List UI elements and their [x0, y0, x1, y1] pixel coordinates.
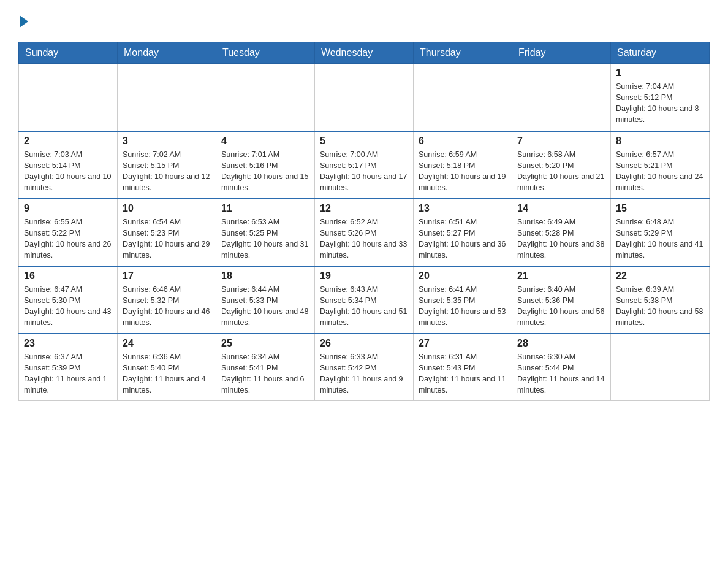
day-info: Sunrise: 6:47 AM Sunset: 5:30 PM Dayligh… [24, 284, 112, 329]
weekday-header-wednesday: Wednesday [315, 42, 414, 64]
calendar-cell [118, 64, 216, 131]
calendar-cell: 19Sunrise: 6:43 AM Sunset: 5:34 PM Dayli… [315, 266, 414, 334]
day-info: Sunrise: 6:41 AM Sunset: 5:35 PM Dayligh… [419, 284, 507, 329]
calendar-cell [315, 64, 414, 131]
calendar-cell [414, 64, 512, 131]
day-number: 5 [320, 136, 408, 147]
day-number: 7 [517, 136, 605, 147]
calendar-cell: 5Sunrise: 7:00 AM Sunset: 5:17 PM Daylig… [315, 131, 414, 199]
day-info: Sunrise: 6:31 AM Sunset: 5:43 PM Dayligh… [419, 351, 507, 396]
calendar-table: SundayMondayTuesdayWednesdayThursdayFrid… [18, 42, 710, 401]
week-row-4: 16Sunrise: 6:47 AM Sunset: 5:30 PM Dayli… [19, 266, 710, 334]
day-number: 23 [24, 338, 112, 349]
calendar-cell [216, 64, 315, 131]
day-info: Sunrise: 6:49 AM Sunset: 5:28 PM Dayligh… [517, 216, 605, 261]
day-number: 21 [517, 270, 605, 282]
calendar-cell: 8Sunrise: 6:57 AM Sunset: 5:21 PM Daylig… [611, 131, 710, 199]
day-number: 11 [221, 203, 309, 214]
day-number: 17 [123, 270, 211, 282]
day-info: Sunrise: 6:55 AM Sunset: 5:22 PM Dayligh… [24, 216, 112, 261]
weekday-header-thursday: Thursday [414, 42, 512, 64]
calendar-cell: 7Sunrise: 6:58 AM Sunset: 5:20 PM Daylig… [512, 131, 611, 199]
day-number: 22 [616, 270, 704, 282]
calendar-cell: 6Sunrise: 6:59 AM Sunset: 5:18 PM Daylig… [414, 131, 512, 199]
calendar-cell: 1Sunrise: 7:04 AM Sunset: 5:12 PM Daylig… [611, 64, 710, 131]
day-number: 14 [517, 203, 605, 214]
day-number: 24 [123, 338, 211, 349]
day-info: Sunrise: 6:59 AM Sunset: 5:18 PM Dayligh… [419, 149, 507, 194]
day-info: Sunrise: 6:37 AM Sunset: 5:39 PM Dayligh… [24, 351, 112, 396]
calendar-cell: 4Sunrise: 7:01 AM Sunset: 5:16 PM Daylig… [216, 131, 315, 199]
week-row-1: 1Sunrise: 7:04 AM Sunset: 5:12 PM Daylig… [19, 64, 710, 131]
day-number: 8 [616, 136, 704, 147]
calendar-cell: 11Sunrise: 6:53 AM Sunset: 5:25 PM Dayli… [216, 199, 315, 266]
day-number: 13 [419, 203, 507, 214]
day-number: 6 [419, 136, 507, 147]
weekday-header-row: SundayMondayTuesdayWednesdayThursdayFrid… [19, 42, 710, 64]
calendar-cell: 17Sunrise: 6:46 AM Sunset: 5:32 PM Dayli… [118, 266, 216, 334]
weekday-header-saturday: Saturday [611, 42, 710, 64]
calendar-cell [611, 334, 710, 401]
day-info: Sunrise: 6:34 AM Sunset: 5:41 PM Dayligh… [221, 351, 309, 396]
day-info: Sunrise: 6:53 AM Sunset: 5:25 PM Dayligh… [221, 216, 309, 261]
calendar-cell: 12Sunrise: 6:52 AM Sunset: 5:26 PM Dayli… [315, 199, 414, 266]
calendar-cell [19, 64, 118, 131]
day-info: Sunrise: 6:58 AM Sunset: 5:20 PM Dayligh… [517, 149, 605, 194]
week-row-5: 23Sunrise: 6:37 AM Sunset: 5:39 PM Dayli… [19, 334, 710, 401]
calendar-cell: 16Sunrise: 6:47 AM Sunset: 5:30 PM Dayli… [19, 266, 118, 334]
day-number: 25 [221, 338, 309, 349]
calendar-cell: 9Sunrise: 6:55 AM Sunset: 5:22 PM Daylig… [19, 199, 118, 266]
calendar-cell: 14Sunrise: 6:49 AM Sunset: 5:28 PM Dayli… [512, 199, 611, 266]
day-number: 18 [221, 270, 309, 282]
day-info: Sunrise: 7:01 AM Sunset: 5:16 PM Dayligh… [221, 149, 309, 194]
day-number: 20 [419, 270, 507, 282]
week-row-2: 2Sunrise: 7:03 AM Sunset: 5:14 PM Daylig… [19, 131, 710, 199]
day-info: Sunrise: 7:00 AM Sunset: 5:17 PM Dayligh… [320, 149, 408, 194]
day-info: Sunrise: 6:40 AM Sunset: 5:36 PM Dayligh… [517, 284, 605, 329]
day-number: 28 [517, 338, 605, 349]
day-number: 3 [123, 136, 211, 147]
logo [18, 12, 28, 29]
day-number: 27 [419, 338, 507, 349]
calendar-cell: 18Sunrise: 6:44 AM Sunset: 5:33 PM Dayli… [216, 266, 315, 334]
day-number: 4 [221, 136, 309, 147]
day-number: 2 [24, 136, 112, 147]
day-info: Sunrise: 6:33 AM Sunset: 5:42 PM Dayligh… [320, 351, 408, 396]
day-number: 15 [616, 203, 704, 214]
calendar-cell: 13Sunrise: 6:51 AM Sunset: 5:27 PM Dayli… [414, 199, 512, 266]
day-number: 9 [24, 203, 112, 214]
day-info: Sunrise: 6:36 AM Sunset: 5:40 PM Dayligh… [123, 351, 211, 396]
day-info: Sunrise: 7:02 AM Sunset: 5:15 PM Dayligh… [123, 149, 211, 194]
day-info: Sunrise: 6:43 AM Sunset: 5:34 PM Dayligh… [320, 284, 408, 329]
calendar-cell: 24Sunrise: 6:36 AM Sunset: 5:40 PM Dayli… [118, 334, 216, 401]
calendar-cell: 22Sunrise: 6:39 AM Sunset: 5:38 PM Dayli… [611, 266, 710, 334]
weekday-header-sunday: Sunday [19, 42, 118, 64]
logo-arrow-icon [20, 15, 28, 28]
calendar-cell: 25Sunrise: 6:34 AM Sunset: 5:41 PM Dayli… [216, 334, 315, 401]
day-info: Sunrise: 7:03 AM Sunset: 5:14 PM Dayligh… [24, 149, 112, 194]
calendar-cell: 26Sunrise: 6:33 AM Sunset: 5:42 PM Dayli… [315, 334, 414, 401]
calendar-cell: 3Sunrise: 7:02 AM Sunset: 5:15 PM Daylig… [118, 131, 216, 199]
day-info: Sunrise: 6:48 AM Sunset: 5:29 PM Dayligh… [616, 216, 704, 261]
day-info: Sunrise: 6:51 AM Sunset: 5:27 PM Dayligh… [419, 216, 507, 261]
calendar-cell: 15Sunrise: 6:48 AM Sunset: 5:29 PM Dayli… [611, 199, 710, 266]
week-row-3: 9Sunrise: 6:55 AM Sunset: 5:22 PM Daylig… [19, 199, 710, 266]
day-info: Sunrise: 6:46 AM Sunset: 5:32 PM Dayligh… [123, 284, 211, 329]
day-number: 12 [320, 203, 408, 214]
calendar-cell: 2Sunrise: 7:03 AM Sunset: 5:14 PM Daylig… [19, 131, 118, 199]
calendar-cell: 23Sunrise: 6:37 AM Sunset: 5:39 PM Dayli… [19, 334, 118, 401]
weekday-header-monday: Monday [118, 42, 216, 64]
calendar-cell [512, 64, 611, 131]
day-number: 10 [123, 203, 211, 214]
day-info: Sunrise: 6:52 AM Sunset: 5:26 PM Dayligh… [320, 216, 408, 261]
weekday-header-friday: Friday [512, 42, 611, 64]
calendar-cell: 10Sunrise: 6:54 AM Sunset: 5:23 PM Dayli… [118, 199, 216, 266]
day-number: 16 [24, 270, 112, 282]
day-info: Sunrise: 6:44 AM Sunset: 5:33 PM Dayligh… [221, 284, 309, 329]
day-info: Sunrise: 6:30 AM Sunset: 5:44 PM Dayligh… [517, 351, 605, 396]
weekday-header-tuesday: Tuesday [216, 42, 315, 64]
day-info: Sunrise: 6:39 AM Sunset: 5:38 PM Dayligh… [616, 284, 704, 329]
calendar-cell: 27Sunrise: 6:31 AM Sunset: 5:43 PM Dayli… [414, 334, 512, 401]
day-number: 26 [320, 338, 408, 349]
calendar-cell: 28Sunrise: 6:30 AM Sunset: 5:44 PM Dayli… [512, 334, 611, 401]
